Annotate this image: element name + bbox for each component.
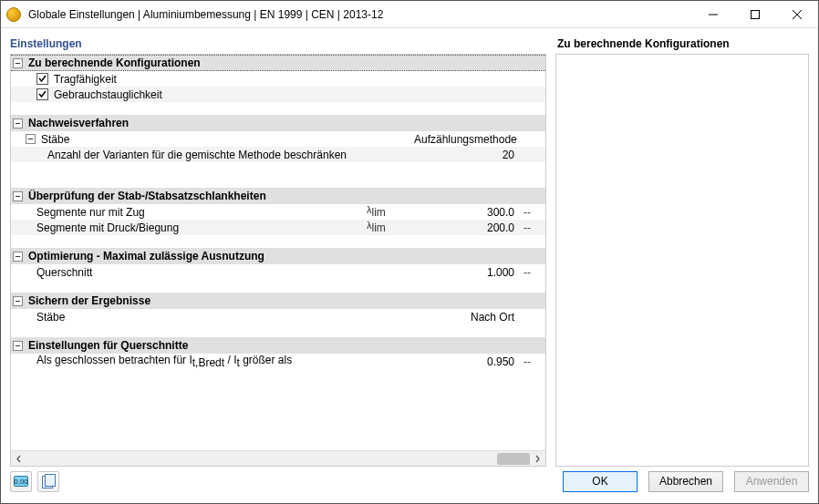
- section-head-sichern[interactable]: Sichern der Ergebnisse: [11, 293, 545, 309]
- setting-value[interactable]: 0.950: [414, 355, 524, 368]
- setting-label: Querschnitt: [36, 266, 92, 279]
- section-head-optimierung[interactable]: Optimierung - Maximal zulässige Ausnutzu…: [11, 248, 545, 264]
- setting-value[interactable]: 20: [414, 149, 524, 161]
- section-label: Optimierung - Maximal zulässige Ausnutzu…: [28, 250, 264, 262]
- maximize-button[interactable]: [734, 1, 776, 28]
- setting-row-varianten: Anzahl der Varianten für die gemischte M…: [11, 147, 545, 162]
- section-label: Nachweisverfahren: [28, 117, 129, 129]
- setting-label: Stäbe: [36, 311, 65, 324]
- right-column: Zu berechnende Konfigurationen: [555, 36, 809, 467]
- section-head-nachweisverfahren[interactable]: Nachweisverfahren: [11, 115, 545, 131]
- minimize-button[interactable]: [692, 1, 734, 28]
- close-button[interactable]: [776, 1, 818, 28]
- right-panel-body: [555, 54, 809, 467]
- window-buttons: [692, 1, 818, 28]
- setting-row-druck-biegung: Segmente mit Druck/Biegung λlim 200.0 --: [11, 220, 545, 235]
- setting-unit: --: [524, 266, 545, 279]
- setting-label: Gebrauchstauglichkeit: [54, 88, 162, 101]
- collapse-icon[interactable]: [13, 296, 23, 306]
- titlebar: Globale Einstellungen | Aluminiumbemessu…: [1, 1, 818, 28]
- setting-label: Anzahl der Varianten für die gemischte M…: [47, 149, 347, 161]
- section-head-querschnitte[interactable]: Einstellungen für Querschnitte: [11, 337, 545, 354]
- section-head-schlankheiten[interactable]: Überprüfung der Stab-/Stabsatzschlankhei…: [11, 188, 545, 204]
- setting-label: Stäbe: [41, 133, 69, 146]
- setting-value[interactable]: Aufzählungsmethode: [414, 133, 524, 146]
- setting-value[interactable]: 200.0: [414, 221, 524, 234]
- setting-symbol: λlim: [363, 204, 414, 219]
- units-button[interactable]: 0,00: [10, 471, 32, 492]
- setting-row-zug: Segmente nur mit Zug λlim 300.0 --: [11, 204, 545, 220]
- setting-row-itbredt: Als geschlossen betrachten für It,Bredt …: [11, 354, 545, 369]
- setting-label: Segmente mit Druck/Biegung: [36, 221, 179, 234]
- section-head-configurations[interactable]: Zu berechnende Konfigurationen: [11, 55, 545, 71]
- checkbox-tragfaehigkeit[interactable]: [36, 73, 48, 85]
- setting-value[interactable]: 1.000: [414, 266, 524, 279]
- app-icon: [6, 7, 21, 22]
- collapse-icon[interactable]: [13, 58, 23, 68]
- setting-label: Segmente nur mit Zug: [36, 206, 145, 219]
- copy-button[interactable]: [37, 471, 59, 492]
- setting-row-gebrauchstauglichkeit: Gebrauchstauglichkeit: [11, 87, 545, 102]
- right-panel-title: Zu berechnende Konfigurationen: [555, 36, 809, 54]
- setting-label: Tragfähigkeit: [54, 73, 117, 86]
- setting-row-staebe: Stäbe Aufzählungsmethode: [11, 131, 545, 147]
- scroll-left-arrow-icon[interactable]: [11, 451, 26, 467]
- setting-value[interactable]: 300.0: [414, 206, 524, 219]
- setting-unit: --: [524, 206, 545, 219]
- dialog-window: Globale Einstellungen | Aluminiumbemessu…: [0, 0, 819, 504]
- setting-symbol: λlim: [363, 220, 414, 234]
- setting-unit: --: [524, 221, 545, 234]
- setting-row-querschnitt: Querschnitt 1.000 --: [11, 264, 545, 280]
- setting-row-tragfaehigkeit: Tragfähigkeit: [11, 71, 545, 87]
- horizontal-scrollbar[interactable]: [11, 450, 545, 466]
- checkbox-gebrauchstauglichkeit[interactable]: [36, 88, 48, 100]
- window-title: Globale Einstellungen | Aluminiumbemessu…: [28, 8, 692, 21]
- collapse-icon[interactable]: [13, 341, 23, 351]
- dialog-body: Einstellungen Zu berechnende Konfigurati…: [1, 28, 818, 503]
- collapse-icon[interactable]: [26, 134, 36, 144]
- setting-value[interactable]: Nach Ort: [414, 311, 524, 324]
- ok-button[interactable]: OK: [563, 471, 638, 492]
- setting-label: Als geschlossen betrachten für It,Bredt …: [36, 354, 292, 369]
- collapse-icon[interactable]: [13, 118, 23, 129]
- dialog-footer: 0,00 OK Abbrechen Anwenden: [10, 467, 809, 494]
- left-column: Einstellungen Zu berechnende Konfigurati…: [10, 36, 546, 467]
- collapse-icon[interactable]: [13, 252, 23, 262]
- section-label: Zu berechnende Konfigurationen: [28, 57, 201, 69]
- left-panel-title: Einstellungen: [10, 36, 546, 54]
- section-label: Einstellungen für Querschnitte: [28, 339, 188, 352]
- units-badge: 0,00: [14, 476, 28, 487]
- split-container: Einstellungen Zu berechnende Konfigurati…: [10, 36, 809, 467]
- settings-tree[interactable]: Zu berechnende Konfigurationen Tragfähig…: [11, 55, 545, 450]
- settings-tree-container: Zu berechnende Konfigurationen Tragfähig…: [10, 54, 546, 467]
- section-label: Sichern der Ergebnisse: [28, 294, 150, 307]
- setting-row-sichern-staebe: Stäbe Nach Ort: [11, 309, 545, 324]
- cancel-button[interactable]: Abbrechen: [648, 471, 723, 492]
- svg-rect-1: [752, 10, 760, 18]
- scroll-right-arrow-icon[interactable]: [530, 451, 545, 467]
- scroll-track[interactable]: [26, 451, 530, 467]
- section-label: Überprüfung der Stab-/Stabsatzschlankhei…: [28, 190, 266, 202]
- collapse-icon[interactable]: [13, 191, 23, 201]
- scroll-thumb[interactable]: [497, 453, 530, 465]
- copy-icon: [42, 474, 55, 489]
- setting-unit: --: [524, 355, 545, 368]
- apply-button[interactable]: Anwenden: [734, 471, 809, 492]
